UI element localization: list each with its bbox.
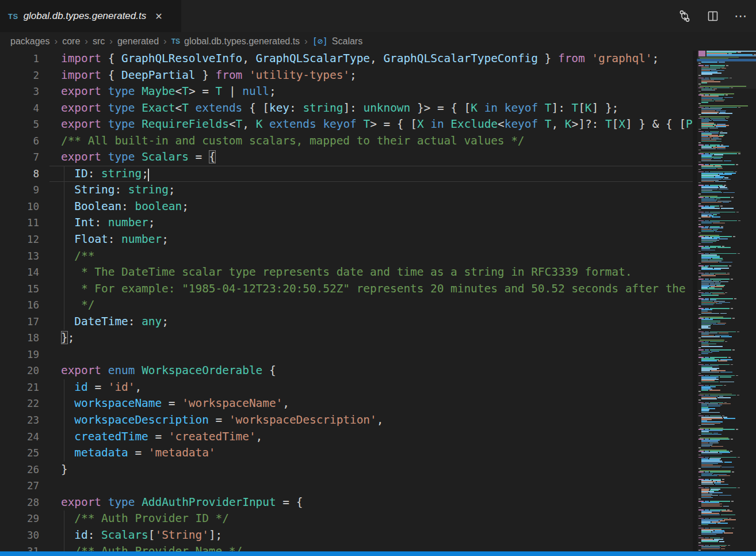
line-number[interactable]: 25: [0, 445, 39, 462]
code-line[interactable]: 11 Int: number;: [0, 215, 693, 231]
code-line[interactable]: 16 */: [0, 297, 693, 314]
minimap-segment: [731, 501, 734, 502]
line-number[interactable]: 27: [0, 478, 39, 494]
code-line[interactable]: 19: [0, 346, 693, 363]
breadcrumb-packages[interactable]: packages: [10, 36, 50, 47]
line-number[interactable]: 24: [0, 429, 39, 445]
minimap-segment: [698, 413, 701, 414]
code-line[interactable]: 26}: [0, 462, 693, 478]
line-number[interactable]: 15: [0, 281, 39, 298]
minimap-segment: [734, 298, 736, 299]
minimap-segment: [701, 353, 708, 355]
code-line[interactable]: 20export enum WorkspaceOrderable {: [0, 363, 693, 379]
code-line[interactable]: 12 Float: number;: [0, 231, 693, 248]
code-line[interactable]: 7export type Scalars = {: [0, 149, 693, 166]
close-icon[interactable]: ✕: [155, 11, 162, 22]
code-line[interactable]: 22 workspaceName = 'workspaceName',: [0, 395, 693, 412]
minimap-segment: [738, 107, 740, 108]
code-line[interactable]: 31 /** Auth Provider Name */: [0, 543, 693, 551]
code-line[interactable]: 27: [0, 478, 693, 494]
minimap-segment: [701, 161, 723, 162]
line-number[interactable]: 16: [0, 297, 39, 314]
code-line[interactable]: 28export type AddAuthProviderInput = {: [0, 494, 693, 511]
code-line[interactable]: 5export type RequireFields<T, K extends …: [0, 116, 693, 133]
line-number[interactable]: 17: [0, 314, 39, 330]
line-number[interactable]: 26: [0, 462, 39, 478]
line-number[interactable]: 10: [0, 199, 39, 215]
line-number[interactable]: 28: [0, 494, 39, 511]
minimap-segment: [698, 169, 701, 170]
more-actions-icon[interactable]: ⋯: [734, 13, 748, 19]
code-line[interactable]: 8 ID: string;: [0, 166, 693, 182]
code-editor[interactable]: 1import { GraphQLResolveInfo, GraphQLSca…: [0, 51, 756, 551]
code-line[interactable]: 6/** All built-in and custom scalars, ma…: [0, 133, 693, 150]
line-number[interactable]: 23: [0, 412, 39, 429]
code-line[interactable]: 30 id: Scalars['String'];: [0, 527, 693, 544]
breadcrumb-file[interactable]: global.db.types.generated.ts: [184, 36, 300, 47]
code-text: import { DeepPartial } from 'utility-typ…: [39, 67, 357, 84]
code-line[interactable]: 1import { GraphQLResolveInfo, GraphQLSca…: [0, 51, 693, 67]
tab-global-db-types[interactable]: TS global.db.types.generated.ts ✕: [0, 0, 181, 32]
line-number[interactable]: 1: [0, 51, 39, 67]
line-number[interactable]: 5: [0, 116, 39, 133]
line-number[interactable]: 3: [0, 83, 39, 100]
code-line[interactable]: 9 String: string;: [0, 182, 693, 199]
code-text: String: string;: [39, 182, 175, 199]
code-line[interactable]: 10 Boolean: boolean;: [0, 199, 693, 215]
minimap-segment: [698, 498, 701, 500]
minimap-segment: [698, 233, 701, 234]
line-number[interactable]: 22: [0, 395, 39, 412]
line-number[interactable]: 31: [0, 543, 39, 551]
minimap-segment: [701, 223, 712, 224]
code-line[interactable]: 17 DateTime: any;: [0, 314, 693, 330]
code-line[interactable]: 18};: [0, 330, 693, 346]
line-number[interactable]: 7: [0, 149, 39, 166]
type-symbol-icon: [⊘]: [312, 36, 328, 47]
line-number[interactable]: 6: [0, 133, 39, 150]
minimap-segment: [726, 65, 728, 66]
minimap-row: [701, 467, 735, 468]
minimap-segment: [732, 318, 735, 319]
line-number[interactable]: 19: [0, 346, 39, 363]
code-line[interactable]: 25 metadata = 'metadata': [0, 445, 693, 462]
line-number[interactable]: 11: [0, 215, 39, 231]
code-line[interactable]: 21 id = 'id',: [0, 379, 693, 396]
breadcrumb-symbol[interactable]: Scalars: [332, 36, 362, 47]
line-number[interactable]: 12: [0, 231, 39, 248]
minimap-row: [698, 276, 702, 277]
open-changes-icon[interactable]: [678, 9, 692, 23]
line-number[interactable]: 20: [0, 363, 39, 379]
line-number[interactable]: 30: [0, 527, 39, 544]
minimap-segment: [698, 314, 701, 315]
code-line[interactable]: 23 workspaceDescription = 'workspaceDesc…: [0, 412, 693, 429]
code-line[interactable]: 24 createdTime = 'createdTime',: [0, 429, 693, 445]
code-line[interactable]: 15 * For example: "1985-04-12T23:20:50.5…: [0, 281, 693, 298]
minimap[interactable]: [697, 51, 756, 551]
line-number[interactable]: 21: [0, 379, 39, 396]
minimap-segment: [713, 158, 721, 159]
split-editor-icon[interactable]: [707, 10, 719, 22]
line-number[interactable]: 14: [0, 264, 39, 281]
code-lines[interactable]: 1import { GraphQLResolveInfo, GraphQLSca…: [0, 51, 693, 551]
line-number[interactable]: 9: [0, 182, 39, 199]
breadcrumb-core[interactable]: core: [62, 36, 80, 47]
line-number[interactable]: 18: [0, 330, 39, 346]
line-number[interactable]: 2: [0, 67, 39, 84]
breadcrumb-generated[interactable]: generated: [117, 36, 159, 47]
breadcrumb-src[interactable]: src: [93, 36, 105, 47]
code-line[interactable]: 2import { DeepPartial } from 'utility-ty…: [0, 67, 693, 84]
code-line[interactable]: 29 /** Auth Provider ID */: [0, 511, 693, 527]
line-number[interactable]: 13: [0, 248, 39, 265]
code-line[interactable]: 13 /**: [0, 248, 693, 265]
minimap-segment: [698, 399, 701, 401]
editor-scrollbar-gutter[interactable]: [693, 51, 697, 551]
line-number[interactable]: 8: [0, 166, 39, 182]
minimap-segment: [720, 205, 723, 207]
code-line[interactable]: 3export type Maybe<T> = T | null;: [0, 83, 693, 100]
line-number[interactable]: 29: [0, 511, 39, 527]
line-number[interactable]: 4: [0, 100, 39, 117]
code-line[interactable]: 4export type Exact<T extends { [key: str…: [0, 100, 693, 117]
code-line[interactable]: 14 * The DateTime scalar type represents…: [0, 264, 693, 281]
code-text: id: Scalars['String'];: [39, 527, 222, 544]
minimap-segment: [701, 208, 720, 209]
